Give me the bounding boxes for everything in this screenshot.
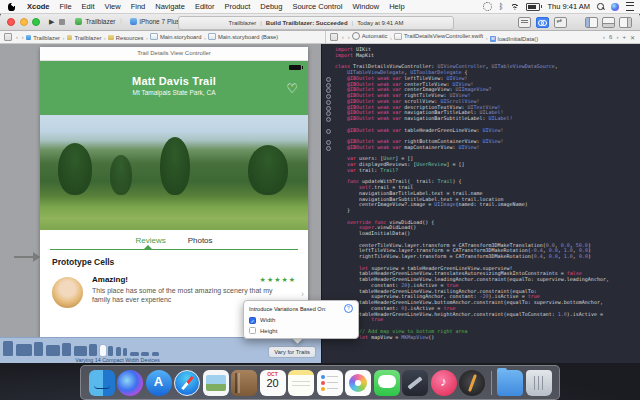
menu-xcode[interactable]: Xcode (22, 2, 55, 11)
device-button[interactable] (108, 346, 113, 356)
vary-for-traits-button[interactable]: Vary for Traits (268, 346, 316, 358)
device-button[interactable] (141, 352, 149, 356)
xcode-dock-icon[interactable] (402, 370, 428, 396)
menu-navigate[interactable]: Navigate (150, 2, 190, 11)
status-circle-icon[interactable] (483, 2, 492, 11)
appstore-dock-icon[interactable] (146, 370, 172, 396)
add-editor-button[interactable]: + (622, 34, 626, 40)
navigator-toggle-button[interactable] (585, 17, 598, 28)
assistant-editor-button[interactable] (536, 17, 549, 28)
debug-area-toggle-button[interactable] (602, 17, 615, 28)
scheme-selector[interactable]: Trailblazer 〉 iPhone 7 Plus (75, 17, 179, 26)
contacts-dock-icon[interactable] (231, 370, 257, 396)
back-button[interactable]: ‹ (342, 34, 344, 40)
garageband-dock-icon[interactable] (459, 370, 485, 396)
breadcrumb-item[interactable]: Main.storyboard (Base) (208, 33, 278, 41)
preview-dock-icon[interactable] (203, 370, 229, 396)
tab-reviews[interactable]: Reviews (135, 236, 165, 245)
tab-photos[interactable]: Photos (188, 236, 213, 245)
storyboard-canvas[interactable]: Trail Details View Controller Matt Davis… (0, 44, 321, 338)
zoom-button[interactable] (32, 18, 40, 26)
wifi-icon[interactable] (510, 3, 519, 10)
code-line[interactable]: let mapView = MKMapView() (335, 335, 640, 341)
breadcrumb-item[interactable]: Trailblazer (67, 35, 101, 41)
device-button[interactable] (74, 346, 87, 356)
connection-well-icon[interactable] (326, 77, 331, 82)
connection-well-icon[interactable] (326, 83, 331, 88)
menu-clock[interactable]: Thu 9:41 AM (547, 2, 590, 11)
connection-well-icon[interactable] (326, 140, 331, 145)
connection-well-icon[interactable] (326, 106, 331, 111)
safari-dock-icon[interactable] (174, 370, 200, 396)
checkbox-icon[interactable] (249, 327, 256, 334)
messages-dock-icon[interactable] (374, 370, 400, 396)
menu-debug[interactable]: Debug (255, 2, 287, 11)
finder-dock-icon[interactable] (89, 370, 115, 396)
counterpart-next-button[interactable]: › (616, 34, 618, 40)
spotlight-icon[interactable] (597, 3, 604, 10)
connection-well-icon[interactable] (326, 94, 331, 99)
run-button[interactable]: ▶ (49, 18, 54, 26)
close-editor-button[interactable]: ✕ (630, 34, 635, 41)
forward-button[interactable]: › (22, 34, 24, 40)
connection-well-icon[interactable] (326, 146, 331, 151)
stop-button[interactable] (59, 19, 65, 25)
folder-dock-icon[interactable] (497, 370, 523, 396)
breadcrumb-item[interactable]: Trailblazer (26, 35, 60, 41)
minimize-button[interactable] (20, 18, 28, 26)
bluetooth-icon[interactable]: ᛒ (499, 3, 504, 10)
connection-well-icon[interactable] (326, 88, 331, 93)
connection-well-icon[interactable] (326, 117, 331, 122)
device-button[interactable] (130, 352, 139, 356)
device-button[interactable] (123, 348, 127, 356)
favorite-heart-icon[interactable]: ♡ (286, 81, 298, 96)
forward-button[interactable]: › (348, 34, 350, 40)
related-items-icon[interactable] (330, 33, 338, 41)
device-button[interactable] (62, 343, 71, 356)
variation-option-width[interactable]: ✓Width (249, 317, 353, 324)
breadcrumb-item[interactable]: Resources (108, 35, 143, 41)
photos-dock-icon[interactable] (345, 370, 371, 396)
menu-file[interactable]: File (55, 2, 77, 11)
close-button[interactable] (7, 18, 15, 26)
connection-well-icon[interactable] (326, 129, 331, 134)
siri-icon[interactable] (611, 3, 619, 11)
breadcrumb-item[interactable]: Automatic (352, 32, 388, 40)
back-button[interactable]: ‹ (16, 34, 18, 40)
device-button[interactable] (116, 347, 121, 356)
notes-dock-icon[interactable] (288, 370, 314, 396)
source-editor[interactable]: import UIKitimport MapKitclass TrailDeta… (322, 44, 640, 363)
connection-well-icon[interactable] (326, 111, 331, 116)
device-button[interactable] (89, 344, 97, 356)
breadcrumb-item[interactable]: Main.storyboard (150, 33, 201, 41)
inspector-toggle-button[interactable] (619, 17, 632, 28)
related-items-icon[interactable] (4, 33, 12, 41)
device-button[interactable] (3, 341, 13, 356)
checkbox-checked-icon[interactable]: ✓ (249, 317, 256, 324)
menu-window[interactable]: Window (347, 2, 384, 11)
connection-well-icon[interactable] (326, 100, 331, 105)
device-button[interactable] (46, 345, 60, 356)
battery-icon[interactable] (526, 3, 540, 11)
itunes-dock-icon[interactable] (431, 370, 457, 396)
device-button[interactable] (16, 344, 32, 356)
breadcrumb-item[interactable]: MloadInitialData() (490, 36, 538, 42)
scene-title[interactable]: Trail Details View Controller (40, 47, 308, 61)
menu-source-control[interactable]: Source Control (287, 2, 347, 11)
apple-menu-icon[interactable] (8, 3, 15, 11)
trash-dock-icon[interactable] (526, 370, 552, 396)
menu-edit[interactable]: Edit (77, 2, 100, 11)
menu-product[interactable]: Product (219, 2, 255, 11)
breadcrumb-item[interactable]: TrailDetailsViewController.swift (394, 33, 483, 41)
view-controller-scene[interactable]: Trail Details View Controller Matt Davis… (40, 47, 308, 338)
menu-editor[interactable]: Editor (190, 2, 220, 11)
standard-editor-button[interactable] (518, 17, 531, 28)
reminders-dock-icon[interactable] (317, 370, 343, 396)
trail-header-view[interactable]: Matt Davis Trail Mt Tamalpais State Park… (40, 61, 308, 115)
siri-dock-icon[interactable] (117, 370, 143, 396)
menu-find[interactable]: Find (126, 2, 151, 11)
device-button[interactable] (152, 352, 159, 356)
counterpart-prev-button[interactable]: ‹ (603, 34, 605, 40)
notification-center-icon[interactable] (626, 2, 634, 11)
version-editor-button[interactable] (554, 17, 567, 28)
